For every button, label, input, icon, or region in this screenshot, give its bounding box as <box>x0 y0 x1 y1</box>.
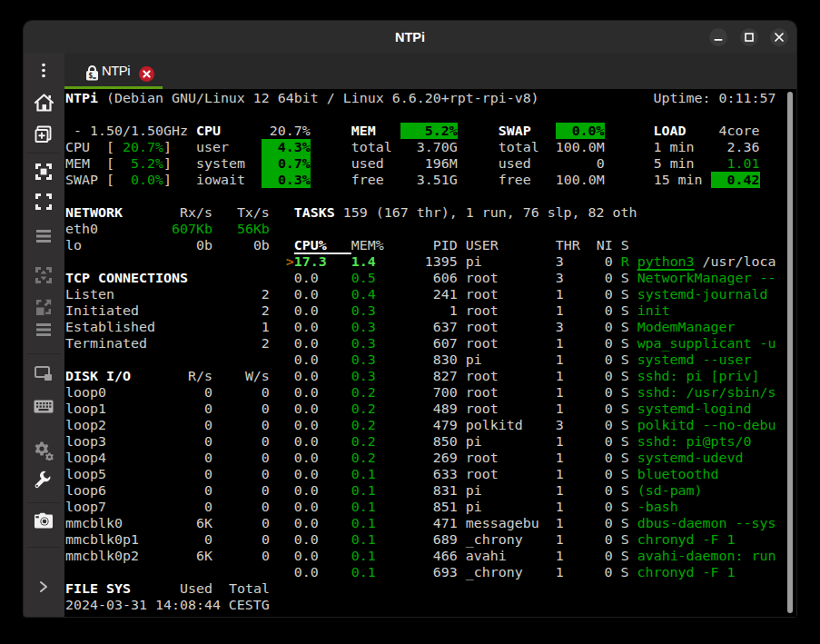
window-content: $ NTPi NTPi (Debian GNU/Linux 12 64bit /… <box>24 53 796 617</box>
desktop: { "window": { "title": "NTPi", "controls… <box>0 0 820 644</box>
home-icon[interactable] <box>24 93 64 113</box>
maximize-icon <box>740 28 758 46</box>
scaled-mode-icon[interactable] <box>24 297 64 317</box>
tab-bar: $ NTPi <box>64 53 797 89</box>
screenshot-camera-icon[interactable] <box>24 512 64 530</box>
terminal-screen[interactable]: NTPi (Debian GNU/Linux 12 64bit / Linux … <box>64 89 797 618</box>
menu-kebab-icon[interactable] <box>24 62 64 80</box>
close-icon <box>770 28 788 46</box>
toolbar-separator <box>27 502 60 503</box>
tab-close-icon <box>139 66 154 82</box>
tab-label: NTPi <box>102 64 130 77</box>
close-button[interactable] <box>770 28 788 46</box>
fullscreen-icon[interactable] <box>24 192 64 212</box>
toolbar-separator <box>27 153 60 154</box>
keyboard-grab-icon[interactable] <box>24 400 64 413</box>
tab-ntpi[interactable]: $ NTPi <box>64 53 163 89</box>
toolbar-separator <box>27 353 60 354</box>
fit-window-icon[interactable] <box>24 162 64 182</box>
preferences-gear-icon[interactable] <box>24 441 64 461</box>
switch-page-icon[interactable] <box>24 229 64 243</box>
app-window: NTPi <box>24 21 796 617</box>
dynamic-resolution-icon[interactable] <box>24 265 64 285</box>
tab-close-button[interactable] <box>139 66 154 82</box>
toolbar-separator <box>27 547 60 548</box>
svg-text:$: $ <box>88 71 93 80</box>
list-lines-icon[interactable] <box>24 322 64 337</box>
remmina-toolbar <box>24 53 64 617</box>
tools-wrench-icon[interactable] <box>24 470 64 491</box>
window-controls <box>709 28 788 46</box>
maximize-button[interactable] <box>740 28 758 46</box>
collapse-chevron-icon[interactable] <box>24 580 64 593</box>
new-tab-icon[interactable] <box>24 124 64 144</box>
ssh-lock-icon: $ <box>85 65 99 84</box>
minimize-icon <box>709 28 727 46</box>
multi-monitor-icon[interactable] <box>24 365 64 383</box>
terminal-text: NTPi (Debian GNU/Linux 12 64bit / Linux … <box>65 90 776 613</box>
window-title: NTPi <box>24 21 796 53</box>
titlebar[interactable]: NTPi <box>24 21 796 53</box>
minimize-button[interactable] <box>709 28 727 46</box>
scrollbar-thumb[interactable] <box>787 92 794 613</box>
